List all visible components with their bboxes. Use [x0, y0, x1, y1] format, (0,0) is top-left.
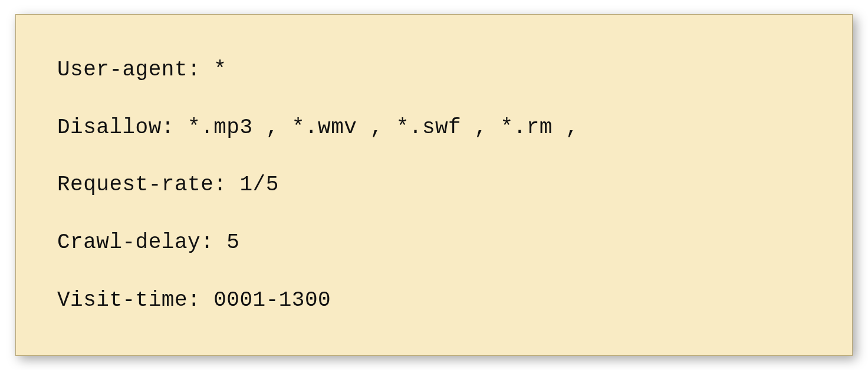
code-line: Crawl-delay: 5: [57, 230, 811, 255]
code-line: Visit-time: 0001-1300: [57, 288, 811, 312]
code-line: Request-rate: 1/5: [57, 173, 811, 197]
code-box: User-agent: * Disallow: *.mp3 , *.wmv , …: [15, 14, 853, 356]
code-line: User-agent: *: [57, 58, 811, 82]
code-line: Disallow: *.mp3 , *.wmv , *.swf , *.rm ,: [57, 115, 811, 140]
